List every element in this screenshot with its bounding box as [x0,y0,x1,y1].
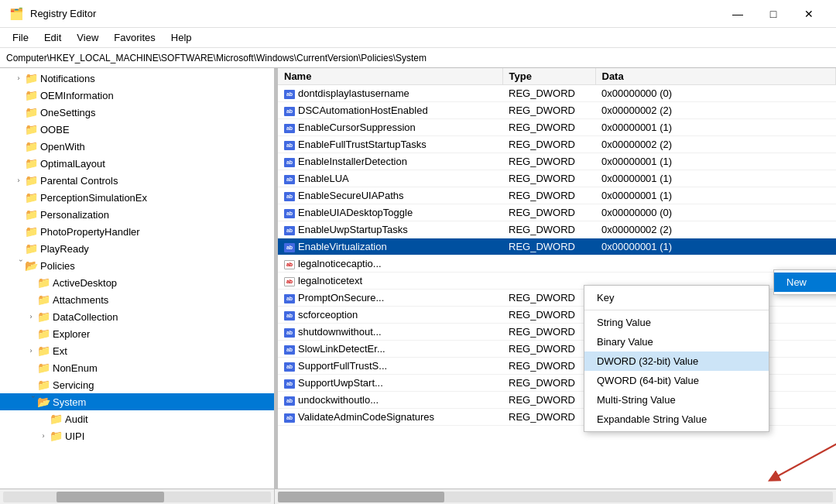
reg-dword-icon: ab [284,124,295,133]
folder-icon-explorer: 📁 [37,327,50,340]
tree-item-oobe[interactable]: 📁 OOBE [0,121,274,138]
reg-entry-name: abEnableUIADesktopToggle [278,204,502,221]
reg-entry-type: REG_DWORD [502,409,595,426]
col-data[interactable]: Data [595,68,836,85]
tree-item-servicing[interactable]: 📁 Servicing [0,376,274,393]
folder-icon-activedesktop: 📁 [37,276,50,289]
tree-item-photoproperty[interactable]: 📁 PhotoPropertyHandler [0,223,274,240]
table-row[interactable]: abEnableVirtualizationREG_DWORD0x0000000… [278,238,836,255]
tree-item-parental[interactable]: › 📁 Parental Controls [0,172,274,189]
submenu-new: New › [773,269,836,295]
reg-entry-type: REG_DWORD [502,375,595,392]
reg-entry-name-text: EnableCursorSuppression [298,122,416,133]
table-row[interactable]: abdontdisplaylastusernameREG_DWORD0x0000… [278,85,836,102]
expand-notifications[interactable]: › [12,72,25,84]
tree-item-optimallayout[interactable]: 📁 OptimalLayout [0,155,274,172]
menu-help[interactable]: Help [165,30,198,45]
tree-item-activedesktop[interactable]: 📁 ActiveDesktop [0,274,274,291]
folder-icon-datacollection: 📁 [37,310,50,323]
reg-dword-icon: ab [284,328,295,338]
ctx-string-value-label: String Value [597,317,651,328]
folder-icon-optimallayout: 📁 [25,157,37,170]
tree-item-perceptionsim[interactable]: 📁 PerceptionSimulationEx [0,189,274,206]
table-row[interactable]: abEnableCursorSuppressionREG_DWORD0x0000… [278,119,836,136]
tree-item-nonenum[interactable]: 📁 NonEnum [0,359,274,376]
expand-oobe [12,123,25,135]
menu-file[interactable]: File [6,30,35,45]
tree-item-attachments[interactable]: 📁 Attachments [0,291,274,308]
title-bar-left: 🗂️ Registry Editor [9,7,96,21]
ctx-dword-value[interactable]: DWORD (32-bit) Value [584,351,769,371]
reg-entry-name: abDSCAutomationHostEnabled [278,102,502,119]
tree-item-uipi[interactable]: › 📁 UIPI [0,427,274,444]
data-scrollbar[interactable] [278,492,833,502]
tree-item-notifications[interactable]: › 📁 Notifications [0,70,274,87]
menu-view[interactable]: View [70,30,104,45]
reg-entry-type: REG_DWORD [502,238,595,255]
ctx-qword-value[interactable]: QWORD (64-bit) Value [584,371,769,390]
tree-item-playready[interactable]: 📁 PlayReady [0,240,274,257]
tree-item-personalization[interactable]: 📁 Personalization [0,206,274,223]
folder-icon-parental: 📁 [25,174,37,187]
expand-system[interactable]: › [25,396,37,408]
reg-entry-name-text: EnableLUA [298,173,349,184]
tree-item-policies[interactable]: › 📂 Policies [0,257,274,274]
expand-policies[interactable]: › [12,259,25,272]
reg-entry-type: REG_DWORD [502,392,595,409]
col-name[interactable]: Name [278,68,502,85]
reg-dword-icon: ab [284,175,295,184]
expand-ext[interactable]: › [25,345,37,357]
tree-label-optimallayout: OptimalLayout [40,158,105,170]
maximize-button[interactable]: □ [755,0,791,28]
ctx-binary-value[interactable]: Binary Value [584,332,769,351]
ctx-string-value[interactable]: String Value [584,313,769,332]
folder-icon-perceptionsim: 📁 [25,191,37,204]
tree-item-openwith[interactable]: 📁 OpenWith [0,138,274,155]
reg-entry-type [502,273,595,290]
tree-item-datacollection[interactable]: › 📁 DataCollection [0,308,274,325]
tree-item-audit[interactable]: 📁 Audit [0,410,274,427]
tree-label-parental: Parental Controls [40,175,118,187]
reg-entry-data: 0x00000000 (0) [595,204,836,221]
ctx-expandable-value[interactable]: Expandable String Value [584,410,769,429]
table-row[interactable]: abEnableFullTrustStartupTasksREG_DWORD0x… [278,136,836,153]
table-row[interactable]: abDSCAutomationHostEnabledREG_DWORD0x000… [278,102,836,119]
reg-entry-type: REG_DWORD [502,307,595,324]
col-type[interactable]: Type [502,68,595,85]
menu-favorites[interactable]: Favorites [108,30,161,45]
tree-item-system[interactable]: › 📂 System [0,393,274,410]
tree-item-ext[interactable]: › 📁 Ext [0,342,274,359]
reg-entry-type [502,255,595,273]
title-bar-controls: — □ ✕ [720,0,827,28]
reg-entry-name-text: SupportFullTrustS... [298,360,387,372]
ctx-multistring-value[interactable]: Multi-String Value [584,390,769,410]
tree-item-onesettings[interactable]: 📁 OneSettings [0,104,274,121]
tree-label-uipi: UIPI [65,430,84,442]
tree-label-perceptionsim: PerceptionSimulationEx [40,192,147,204]
tree-pane: › 📁 Notifications 📁 OEMInformation 📁 One… [0,68,275,489]
tree-label-openwith: OpenWith [40,141,85,153]
table-row[interactable]: abEnableSecureUIAPathsREG_DWORD0x0000000… [278,187,836,204]
reg-entry-name: abSupportFullTrustS... [278,358,502,375]
expand-parental[interactable]: › [12,174,25,187]
minimize-button[interactable]: — [720,0,755,28]
expand-datacollection[interactable]: › [25,310,37,323]
reg-ab-icon: ab [284,260,295,269]
reg-entry-data: 0x00000002 (2) [595,221,836,238]
submenu-new-item[interactable]: New › [774,273,836,292]
tree-item-oem[interactable]: 📁 OEMInformation [0,87,274,104]
menu-edit[interactable]: Edit [38,30,67,45]
table-row[interactable]: abEnableUIADesktopToggleREG_DWORD0x00000… [278,204,836,221]
table-row[interactable]: abEnableLUAREG_DWORD0x00000001 (1) [278,170,836,187]
tree-item-explorer[interactable]: 📁 Explorer [0,325,274,342]
reg-entry-data: 0x00000001 (1) [595,153,836,170]
table-row[interactable]: ablegalnoticecaptio... [278,255,836,273]
table-row[interactable]: abEnableUwpStartupTasksREG_DWORD0x000000… [278,221,836,238]
table-row[interactable]: abEnableInstallerDetectionREG_DWORD0x000… [278,153,836,170]
expand-uipi[interactable]: › [37,430,50,442]
folder-icon-playready: 📁 [25,242,37,255]
tree-scrollbar[interactable] [3,492,271,502]
close-button[interactable]: ✕ [791,0,827,28]
address-text: Computer\HKEY_LOCAL_MACHINE\SOFTWARE\Mic… [6,53,427,63]
ctx-key[interactable]: Key [584,288,769,307]
